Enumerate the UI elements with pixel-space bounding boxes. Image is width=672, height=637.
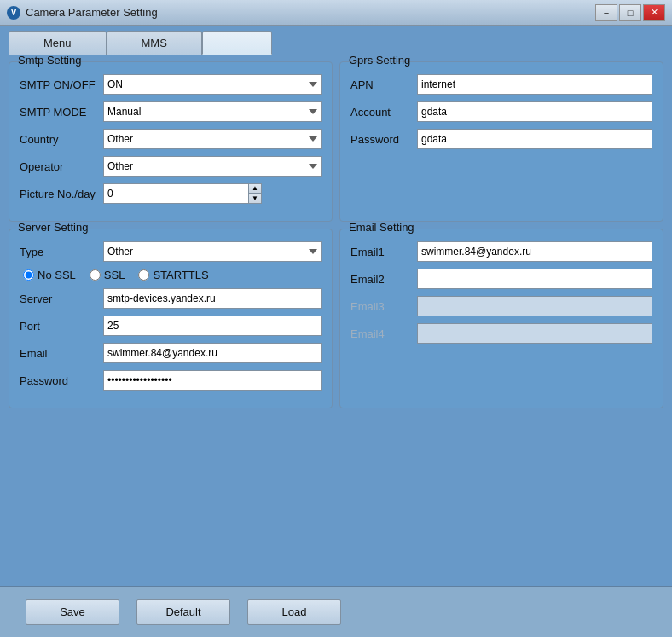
bottom-bar: Save Default Load <box>0 586 672 637</box>
server-type-row: Type Other <box>20 241 322 262</box>
smtp-onoff-label: SMTP ON/OFF <box>20 78 96 91</box>
smtp-mode-label: SMTP MODE <box>20 106 96 119</box>
spinner-up-button[interactable]: ▲ <box>249 184 261 194</box>
email3-input <box>417 296 652 316</box>
tab-mms[interactable]: MMS <box>107 31 202 55</box>
smtp-mode-row: SMTP MODE Manual Auto <box>20 101 322 122</box>
smtp-operator-select[interactable]: Other <box>103 156 322 177</box>
gprs-section-label: Gprs Setting <box>349 54 410 67</box>
title-bar: V Camera Parameter Setting − □ ✕ <box>0 0 672 26</box>
email-section-label: Email Setting <box>349 221 414 234</box>
server-password-input[interactable] <box>103 370 322 391</box>
gprs-password-label: Password <box>350 133 410 146</box>
server-addr-label: Server <box>20 292 96 305</box>
smtp-mode-select[interactable]: Manual Auto <box>103 101 322 122</box>
title-controls: − □ ✕ <box>595 4 665 21</box>
email2-row: Email2 <box>350 269 652 289</box>
app-icon: V <box>7 6 20 20</box>
smtp-pic-spinner: ▲ ▼ <box>103 183 262 204</box>
server-port-input[interactable] <box>103 316 322 336</box>
no-ssl-option[interactable]: No SSL <box>23 269 76 281</box>
top-panels-row: Smtp Setting SMTP ON/OFF ON OFF SMTP MOD… <box>9 61 663 222</box>
server-password-row: Password <box>20 370 322 391</box>
gprs-apn-row: APN <box>350 74 652 95</box>
smtp-country-label: Country <box>20 133 96 146</box>
server-password-label: Password <box>20 374 96 387</box>
server-addr-input[interactable] <box>103 288 322 309</box>
smtp-onoff-select[interactable]: ON OFF <box>103 74 322 95</box>
window-title: Camera Parameter Setting <box>26 6 158 19</box>
minimize-button[interactable]: − <box>595 4 617 21</box>
tab-active[interactable] <box>202 31 272 55</box>
server-email-label: Email <box>20 347 96 360</box>
email1-input[interactable] <box>417 241 652 262</box>
no-ssl-radio[interactable] <box>23 269 34 281</box>
email1-label: Email1 <box>350 246 410 258</box>
smtp-section-label: Smtp Setting <box>18 54 81 67</box>
main-window: V Camera Parameter Setting − □ ✕ Menu MM… <box>0 0 672 637</box>
spinner-buttons: ▲ ▼ <box>248 183 262 204</box>
email3-row: Email3 <box>350 296 652 316</box>
gprs-account-input[interactable] <box>417 101 652 122</box>
gprs-apn-input[interactable] <box>417 74 652 95</box>
smtp-operator-label: Operator <box>20 160 96 173</box>
server-port-label: Port <box>20 320 96 333</box>
email4-label: Email4 <box>350 327 410 340</box>
maximize-button[interactable]: □ <box>619 4 641 21</box>
smtp-operator-row: Operator Other <box>20 156 322 177</box>
ssl-radio[interactable] <box>90 269 101 281</box>
server-addr-row: Server <box>20 288 322 309</box>
title-bar-left: V Camera Parameter Setting <box>7 6 158 20</box>
smtp-country-select[interactable]: Other <box>103 129 322 149</box>
server-section-label: Server Setting <box>18 221 88 234</box>
server-type-label: Type <box>20 246 96 258</box>
email2-label: Email2 <box>350 273 410 286</box>
email2-input[interactable] <box>417 269 652 289</box>
gprs-account-row: Account <box>350 101 652 122</box>
bottom-panels-row: Server Setting Type Other No SSL <box>9 229 663 408</box>
email4-row: Email4 <box>350 323 652 344</box>
smtp-pic-label: Picture No./day <box>20 188 96 200</box>
load-button[interactable]: Load <box>247 599 341 625</box>
starttls-option[interactable]: STARTTLS <box>138 269 208 281</box>
email4-input <box>417 323 652 344</box>
email-panel: Email Setting Email1 Email2 Email3 <box>339 229 663 408</box>
starttls-radio[interactable] <box>138 269 149 281</box>
smtp-onoff-row: SMTP ON/OFF ON OFF <box>20 74 322 95</box>
smtp-pic-row: Picture No./day ▲ ▼ <box>20 183 322 204</box>
gprs-account-label: Account <box>350 106 410 119</box>
server-type-select[interactable]: Other <box>103 241 322 262</box>
smtp-panel: Smtp Setting SMTP ON/OFF ON OFF SMTP MOD… <box>9 61 333 222</box>
spinner-down-button[interactable]: ▼ <box>249 194 261 203</box>
tabs-bar: Menu MMS <box>0 26 672 55</box>
email3-label: Email3 <box>350 300 410 313</box>
server-email-input[interactable] <box>103 343 322 363</box>
server-email-row: Email <box>20 343 322 363</box>
tab-menu[interactable]: Menu <box>9 31 107 55</box>
gprs-panel: Gprs Setting APN Account Password <box>339 61 663 222</box>
ssl-label: SSL <box>104 269 125 281</box>
email1-row: Email1 <box>350 241 652 262</box>
main-content: Smtp Setting SMTP ON/OFF ON OFF SMTP MOD… <box>0 55 672 586</box>
gprs-password-row: Password <box>350 129 652 149</box>
save-button[interactable]: Save <box>26 599 119 625</box>
server-port-row: Port <box>20 316 322 336</box>
ssl-option[interactable]: SSL <box>90 269 125 281</box>
starttls-label: STARTTLS <box>153 269 208 281</box>
gprs-password-input[interactable] <box>417 129 652 149</box>
server-panel: Server Setting Type Other No SSL <box>9 229 333 408</box>
smtp-country-row: Country Other <box>20 129 322 149</box>
gprs-apn-label: APN <box>350 78 410 91</box>
ssl-options-row: No SSL SSL STARTTLS <box>20 269 322 281</box>
smtp-pic-input[interactable] <box>103 183 248 204</box>
close-button[interactable]: ✕ <box>643 4 665 21</box>
no-ssl-label: No SSL <box>38 269 76 281</box>
default-button[interactable]: Default <box>136 599 230 625</box>
